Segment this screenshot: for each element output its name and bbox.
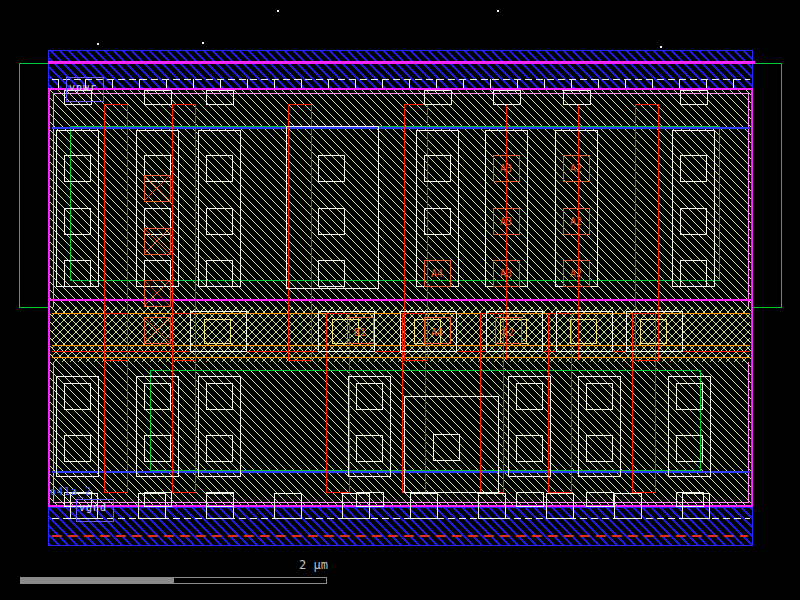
pin-label-text: A2 (570, 216, 582, 227)
scale-bar-empty-segment (173, 577, 327, 584)
vpwr-rail[interactable] (48, 50, 752, 90)
pin-label-text: A2 (570, 268, 582, 279)
cell-instance-name[interactable]: o41a_2 (50, 486, 92, 497)
scale-bar-text: 2 µm (268, 558, 328, 572)
vgnd-rail[interactable] (48, 507, 752, 545)
pin-label-text: A3 (500, 163, 512, 174)
origin-marker[interactable] (97, 43, 99, 45)
pin-label-text: A4 (431, 268, 443, 279)
vgnd-port-text: vgnd (79, 502, 107, 513)
origin-marker[interactable] (202, 42, 204, 44)
pin-label-text: A2 (570, 163, 582, 174)
scale-bar-filled-segment (20, 577, 173, 584)
origin-marker[interactable] (497, 10, 499, 12)
layout-viewer-window: A4A3A3A3A2A2A2B1A4A2 vpwr o41a_2 vgnd 2 … (0, 0, 800, 600)
pin-label-text: A2 (502, 327, 514, 338)
pin-label-text: B1 (354, 327, 366, 338)
origin-marker[interactable] (277, 10, 279, 12)
vgnd-port-label[interactable]: vgnd (76, 499, 114, 522)
layout-canvas[interactable]: A4A3A3A3A2A2A2B1A4A2 (0, 0, 800, 600)
pin-label-text: A3 (500, 216, 512, 227)
origin-marker[interactable] (660, 46, 662, 48)
vpwr-port-text: vpwr (69, 82, 97, 93)
cell-boundary[interactable] (49, 89, 752, 506)
poly-band-hatch[interactable] (52, 307, 750, 362)
vpwr-port-label[interactable]: vpwr (66, 77, 104, 102)
pin-label-text: A4 (431, 327, 443, 338)
pin-label-text: A3 (500, 268, 512, 279)
